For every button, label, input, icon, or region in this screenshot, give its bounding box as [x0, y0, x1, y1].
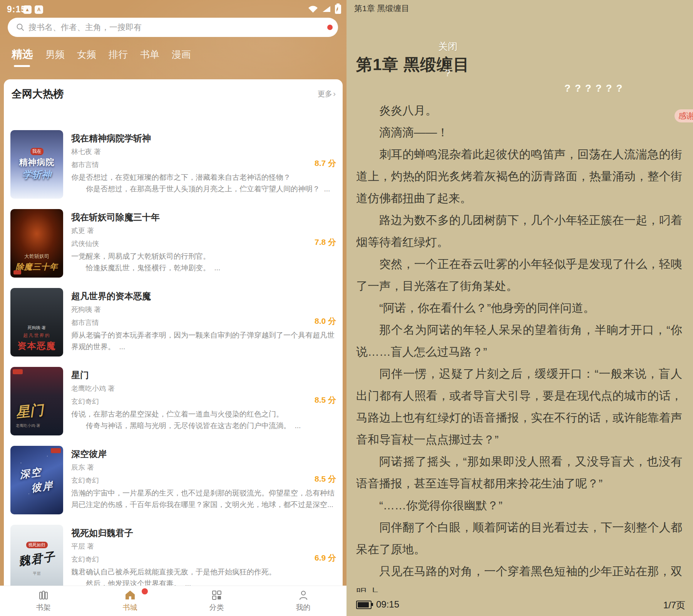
book-title: 视死如归魏君子 [71, 527, 133, 539]
book-cover: 深空 彼岸 [10, 446, 63, 514]
cover-text: 精神病院 [19, 157, 55, 168]
tab-booklist[interactable]: 书单 [140, 48, 159, 61]
signal-icon [322, 5, 331, 13]
book-rating: 8.7 分 [315, 158, 336, 169]
book-title: 深空彼岸 [71, 448, 107, 460]
bookshelf-icon [38, 589, 49, 601]
book-genre: 玄幻奇幻 [71, 476, 99, 485]
reader-panel[interactable]: 第1章 黑缎缠目 关闭 第1章 黑缎缠目 ? ?????? 感谢 炎炎八月。 滴… [346, 0, 693, 616]
book-author: 贰更 著 [71, 226, 94, 235]
nav-label: 书城 [123, 603, 137, 613]
cover-text: 平层 [33, 571, 41, 576]
book-row[interactable]: 我在 精神病院 学斩神 我在精神病院学斩神 林七夜 著 都市言情 8.7 分 你… [10, 130, 337, 209]
tab-female[interactable]: 女频 [77, 48, 96, 61]
paragraph: 炎炎八月。 [356, 99, 682, 121]
overlay-question-mark: ? [445, 68, 450, 79]
book-author: 林七夜 著 [71, 147, 101, 156]
footer-time: 09:15 [376, 599, 399, 610]
close-button[interactable]: 关闭 [438, 40, 457, 53]
tab-comics[interactable]: 漫画 [172, 48, 191, 61]
hot-list-card: 全网大热榜 更多› 我在 精神病院 学斩神 我在精神病院学斩神 林七夜 著 都市… [4, 79, 343, 586]
notification-badge-dot [142, 588, 148, 594]
tab-male[interactable]: 男频 [45, 48, 65, 61]
paragraph: “……你觉得你很幽默？” [356, 494, 682, 516]
book-description: 浩瀚的宇宙中，一片星系的生灭，也不过是刹那的斑驳流光。仰望星空，总有种结局已注定… [71, 487, 337, 511]
cover-text: 深空 [18, 465, 42, 482]
book-cover: 视死如归 魏君子 平层 [10, 525, 63, 586]
book-cover: 星门 老鹰吃小鸡·著 [10, 367, 63, 435]
book-rating: 8.0 分 [315, 316, 336, 326]
search-placeholder: 搜书名、作者、主角，一搜即有 [28, 18, 142, 37]
status-bar: 9:15 ▲ A [0, 2, 346, 17]
book-rating: 8.5 分 [315, 395, 336, 405]
battery-charging-icon [335, 5, 341, 14]
reader-footer: 09:15 1/7页 [356, 598, 685, 611]
book-genre: 都市言情 [71, 318, 99, 327]
bottom-nav: 书架 书城 分类 我的 [0, 586, 346, 616]
cover-text: 彼岸 [30, 479, 54, 495]
book-title: 我在斩妖司除魔三十年 [71, 211, 160, 223]
cover-text: 老鹰吃小鸡·著 [16, 423, 40, 429]
search-notification-dot [327, 25, 333, 30]
book-cover: 大乾斩妖司 除魔三十年 [10, 209, 63, 278]
notification-letter-icon: A [35, 5, 43, 14]
book-rating: 7.8 分 [315, 237, 336, 248]
paragraph: 那个名为阿诺的年轻人呆呆的望着街角，半晌才开口，“你说……盲人怎么过马路？” [356, 319, 682, 363]
book-rating: 8.5 分 [315, 474, 336, 484]
book-description: 一觉醒来，周易成了大乾斩妖司的行刑官。 恰逢妖魔乱世，鬼怪横行，乾坤剧变。 ..… [71, 251, 337, 274]
cover-text: 星门 [15, 400, 45, 422]
chapter-title: 第1章 黑缎缠目 [356, 54, 470, 75]
book-genre: 武侠仙侠 [71, 239, 99, 248]
nav-label: 书架 [36, 603, 51, 613]
status-icons [308, 5, 341, 14]
book-row[interactable]: 死狗咦·著 超凡世界的 资本恶魔 超凡世界的资本恶魔 死狗咦 著 都市言情 8.… [10, 288, 337, 367]
nav-label: 我的 [296, 603, 311, 613]
search-icon [16, 23, 25, 32]
book-row[interactable]: 深空 彼岸 深空彼岸 辰东 著 玄幻奇幻 8.5 分 浩瀚的宇宙中，一片星系的生… [10, 446, 337, 525]
paragraph: 滴滴滴——！ [356, 121, 682, 143]
nav-bookshelf[interactable]: 书架 [0, 586, 87, 616]
wifi-icon [308, 5, 318, 13]
cover-text: 学斩神 [22, 168, 51, 181]
cover-text: 死狗咦·著 [28, 325, 46, 331]
book-genre: 玄幻奇幻 [71, 397, 99, 406]
more-link[interactable]: 更多› [318, 89, 336, 99]
notification-image-icon: ▲ [23, 5, 32, 14]
hot-list-title: 全网大热榜 [12, 88, 64, 100]
book-cover: 我在 精神病院 学斩神 [10, 130, 63, 199]
nav-label: 分类 [209, 603, 224, 613]
cover-text: 资本恶魔 [18, 340, 56, 352]
tab-ranking[interactable]: 排行 [109, 48, 128, 61]
book-row[interactable]: 星门 老鹰吃小鸡·著 星门 老鹰吃小鸡 著 玄幻奇幻 8.5 分 传说，在那古老… [10, 367, 337, 446]
nav-categories[interactable]: 分类 [173, 586, 260, 616]
grid-icon [211, 589, 223, 601]
chapter-body: 炎炎八月。 滴滴滴——！ 刺耳的蝉鸣混杂着此起彼伏的鸣笛声，回荡在人流湍急的街道… [356, 99, 682, 592]
nav-bookstore[interactable]: 书城 [87, 586, 173, 616]
bookstore-panel: 9:15 ▲ A 搜书名、作者、主角，一搜即有 精选 男频 女频 排行 书单 漫… [0, 0, 346, 616]
cover-text: 视死如归 [26, 542, 48, 548]
paragraph: 同伴翻了个白眼，顺着阿诺的目光看过去，下一刻整个人都呆在了原地。 [356, 516, 682, 560]
book-author: 平层 著 [71, 542, 94, 551]
category-tabs: 精选 男频 女频 排行 书单 漫画 [12, 47, 191, 62]
reader-top-chapter-label: 第1章 黑缎缠目 [354, 3, 410, 14]
nav-profile[interactable]: 我的 [260, 586, 346, 616]
chevron-right-icon: › [333, 89, 336, 98]
book-genre: 都市言情 [71, 160, 99, 169]
book-rating: 6.9 分 [315, 552, 336, 563]
book-row[interactable]: 视死如归 魏君子 平层 视死如归魏君子 平层 著 玄幻奇幻 6.9 分 魏君确认… [10, 525, 337, 586]
book-row[interactable]: 大乾斩妖司 除魔三十年 我在斩妖司除魔三十年 贰更 著 武侠仙侠 7.8 分 一… [10, 209, 337, 288]
home-icon [124, 589, 136, 601]
paragraph: 阿诺摇了摇头，“那如果即没人照看，又没导盲犬，也没有语音播报，甚至连导盲杖都用来… [356, 450, 682, 494]
tab-featured[interactable]: 精选 [12, 47, 33, 62]
book-title: 我在精神病院学斩神 [71, 132, 151, 144]
cover-text: 除魔三十年 [16, 261, 58, 272]
cover-text: 魏君子 [17, 549, 56, 570]
book-genre: 玄幻奇幻 [71, 555, 99, 564]
cover-text: 大乾斩妖司 [24, 253, 49, 260]
book-title: 星门 [71, 369, 89, 381]
search-input[interactable]: 搜书名、作者、主角，一搜即有 [8, 18, 338, 37]
book-description: 你是否想过，在霓虹璀璨的都市之下，潜藏着来自古老神话的怪物？ 你是否想过，在那高… [71, 172, 337, 195]
cover-text: 我在 [30, 148, 44, 155]
book-author: 死狗咦 著 [71, 305, 101, 314]
cover-text: 超凡世界的 [23, 332, 50, 339]
